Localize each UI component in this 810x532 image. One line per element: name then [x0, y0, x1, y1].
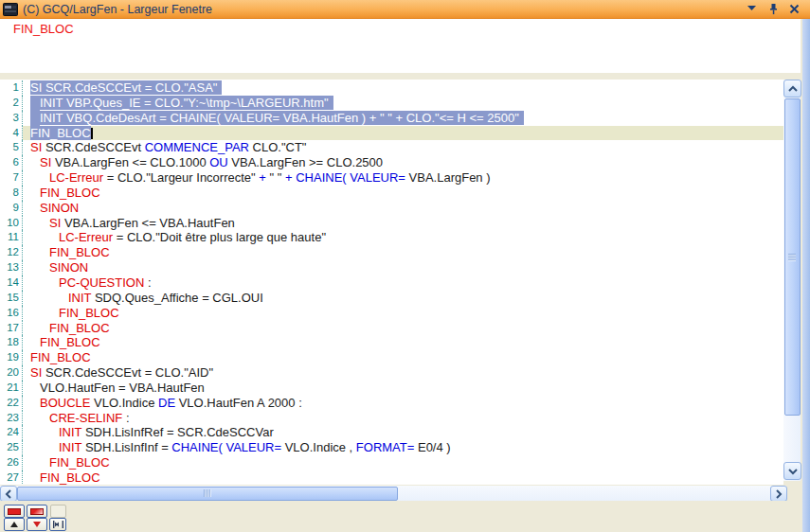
close-icon[interactable]: [787, 2, 801, 15]
line-number[interactable]: 24: [0, 425, 23, 440]
line-number[interactable]: 22: [0, 396, 23, 411]
line-number[interactable]: 3: [0, 111, 23, 126]
line-number[interactable]: 25: [0, 440, 23, 455]
line-number[interactable]: 19: [0, 350, 23, 365]
code-line[interactable]: 27FIN_BLOC: [0, 470, 783, 485]
docked-panel-edge: [802, 19, 810, 532]
code-line[interactable]: 6SI VBA.LargFen <= CLO.1000 OU VBA.LargF…: [0, 155, 783, 170]
titlebar: (C) GCQ/LargFen - Largeur Fenetre: [0, 0, 810, 19]
thumb-grip: [788, 254, 796, 261]
code-line[interactable]: 2INIT VBP.Ques_IE = CLO."Y:~\tmp~\LARGEU…: [0, 96, 783, 111]
line-number[interactable]: 4: [0, 126, 23, 141]
line-number[interactable]: 2: [0, 96, 23, 111]
code-line[interactable]: 24INIT SDH.LisInfRef = SCR.CdeSCCVar: [0, 425, 783, 440]
line-number[interactable]: 11: [0, 230, 23, 245]
bottom-toolbar: Val. (Inter.) Val. (Batch) Ajuster Aband…: [0, 501, 810, 532]
black-up-triangle-icon: [10, 522, 18, 527]
line-number[interactable]: 10: [0, 216, 23, 231]
line-number[interactable]: 8: [0, 186, 23, 201]
fit-horizontal-icon: [53, 521, 63, 528]
code-line[interactable]: 12FIN_BLOC: [0, 245, 783, 260]
code-line[interactable]: 15INIT SDQ.Ques_Affiche = CGL.OUI: [0, 291, 783, 306]
code-line[interactable]: 7LC-Erreur = CLO."Largeur Incorrecte" + …: [0, 170, 783, 186]
horizontal-scrollbar-thumb[interactable]: [17, 487, 398, 501]
line-number[interactable]: 5: [0, 140, 23, 155]
line-number[interactable]: 7: [0, 170, 23, 186]
gradient-red-bar-button[interactable]: [27, 505, 47, 518]
line-number[interactable]: 16: [0, 306, 23, 321]
red-down-triangle-icon: [33, 522, 41, 527]
code-line[interactable]: 13SINON: [0, 260, 783, 275]
window-title: (C) GCQ/LargFen - Largeur Fenetre: [23, 3, 212, 16]
scroll-up-button[interactable]: [783, 80, 801, 98]
vertical-scrollbar[interactable]: [783, 80, 801, 481]
scroll-left-button[interactable]: [0, 486, 17, 502]
code-line[interactable]: 21VLO.HautFen = VBA.HautFen: [0, 381, 783, 396]
code-line[interactable]: 16FIN_BLOC: [0, 306, 783, 321]
code-line[interactable]: 8FIN_BLOC: [0, 186, 783, 201]
code-line[interactable]: 20SI SCR.CdeSCCEvt = CLO."AID": [0, 365, 783, 381]
code-line[interactable]: 10SI VBA.LargFen <= VBA.HautFen: [0, 216, 783, 231]
console-window-icon: [3, 3, 18, 16]
code-line[interactable]: 26FIN_BLOC: [0, 455, 783, 470]
text-caret: [91, 128, 93, 139]
blank-disabled-button: [50, 505, 66, 518]
line-number[interactable]: 20: [0, 365, 23, 381]
line-number[interactable]: 13: [0, 260, 23, 275]
line-number[interactable]: 27: [0, 470, 23, 485]
code-line[interactable]: 25INIT SDH.LisInfInf = CHAINE( VALEUR= V…: [0, 440, 783, 455]
code-line[interactable]: 22BOUCLE VLO.Indice DE VLO.HautFen A 200…: [0, 396, 783, 411]
line-number[interactable]: 17: [0, 321, 23, 336]
code-line[interactable]: 14PC-QUESTION :: [0, 275, 783, 291]
line-number[interactable]: 26: [0, 455, 23, 470]
solid-red-bar-button[interactable]: [4, 505, 25, 518]
scroll-down-button[interactable]: [783, 462, 801, 480]
code-line[interactable]: 17FIN_BLOC: [0, 321, 783, 336]
code-line[interactable]: 11LC-Erreur = CLO."Doit être plus large …: [0, 230, 783, 245]
output-pane[interactable]: FIN_BLOC: [0, 19, 801, 73]
line-number[interactable]: 14: [0, 275, 23, 291]
code-lines: 1SI SCR.CdeSCCEvt = CLO."ASA"2INIT VBP.Q…: [0, 80, 783, 485]
code-line[interactable]: 23CRE-SELINF :: [0, 411, 783, 426]
scroll-right-button[interactable]: [770, 486, 787, 502]
code-line[interactable]: 3INIT VBQ.CdeDesArt = CHAINE( VALEUR= VB…: [0, 111, 783, 126]
output-text: FIN_BLOC: [13, 22, 74, 36]
code-line[interactable]: 1SI SCR.CdeSCCEvt = CLO."ASA": [0, 80, 783, 96]
code-line[interactable]: 4FIN_BLOC: [0, 126, 783, 141]
thumb-grip: [204, 489, 211, 497]
fit-horizontal-button[interactable]: [49, 518, 66, 531]
chevron-down-icon[interactable]: [746, 2, 759, 15]
line-number[interactable]: 18: [0, 335, 23, 350]
app-window: (C) GCQ/LargFen - Largeur Fenetre FIN_BL…: [0, 0, 810, 532]
line-number[interactable]: 12: [0, 245, 23, 260]
solid-red-bar-icon: [8, 508, 21, 515]
line-number[interactable]: 21: [0, 381, 23, 396]
line-number[interactable]: 15: [0, 291, 23, 306]
code-line[interactable]: 19FIN_BLOC: [0, 350, 783, 365]
code-line[interactable]: 9SINON: [0, 201, 783, 216]
vertical-scrollbar-thumb[interactable]: [784, 98, 801, 416]
line-number[interactable]: 23: [0, 411, 23, 426]
line-number[interactable]: 6: [0, 155, 23, 170]
pin-icon[interactable]: [766, 2, 780, 15]
line-number[interactable]: 9: [0, 201, 23, 216]
up-arrow-button[interactable]: [4, 518, 25, 531]
code-line[interactable]: 5SI SCR.CdeSCCEvt COMMENCE_PAR CLO."CT": [0, 140, 783, 155]
line-number[interactable]: 1: [0, 80, 23, 96]
code-editor[interactable]: 1SI SCR.CdeSCCEvt = CLO."ASA"2INIT VBP.Q…: [0, 80, 783, 485]
code-line[interactable]: 18FIN_BLOC: [0, 335, 783, 350]
horizontal-scrollbar[interactable]: [0, 486, 786, 501]
titlebar-controls: [746, 2, 801, 15]
gradient-red-bar-icon: [30, 508, 44, 515]
down-arrow-button[interactable]: [27, 518, 47, 531]
